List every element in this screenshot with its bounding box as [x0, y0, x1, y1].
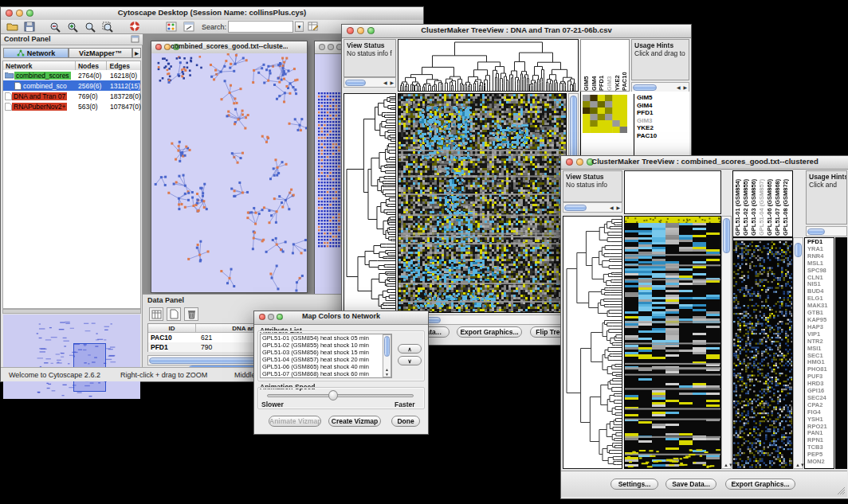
column-header-edges[interactable]: Edges	[107, 61, 140, 70]
tab-network[interactable]: Network	[3, 48, 69, 58]
scroll-arrows-icon[interactable]: ◀ ▶	[383, 80, 395, 85]
scrollbar-thumb[interactable]	[345, 80, 366, 86]
zoom-out-icon[interactable]	[47, 20, 63, 33]
tv2-status-scrollbar[interactable]: ◀ ▶	[563, 202, 622, 213]
close-icon[interactable]	[319, 44, 325, 50]
network-row-dna-tran[interactable]: DNA and Tran 07 769(0) 183728(0)	[3, 91, 140, 101]
scrollbar-thumb[interactable]	[633, 84, 657, 91]
tv2-gene-list[interactable]: PFD1YRA1RNR4MSL1SPC98CLN1NIS1BUD4ELG1MAK…	[804, 237, 834, 469]
speed-slider-thumb[interactable]	[328, 390, 338, 400]
open-folder-icon[interactable]	[4, 20, 20, 33]
rotated-array-label[interactable]: GPL51-03 (GSM856)	[750, 172, 758, 236]
scroll-arrows-icon[interactable]: ▲▼	[385, 367, 389, 377]
column-dendrogram-canvas[interactable]	[398, 40, 578, 91]
network-row-combined-scores[interactable]: combined_scores 2764(0) 16218(0)	[3, 70, 140, 80]
window-icon[interactable]	[181, 20, 197, 33]
tv2-vscrollbar[interactable]: ▲▼	[721, 216, 732, 469]
search-dropdown-icon[interactable]: ▼	[295, 21, 304, 32]
column-header-id[interactable]: ID	[148, 324, 196, 332]
gene-label[interactable]: YKE2	[637, 124, 657, 132]
close-icon[interactable]	[6, 10, 13, 17]
animate-vizmap-button[interactable]: Animate Vizmap	[269, 416, 321, 427]
tv1-export-graphics-button[interactable]: Export Graphics...	[457, 326, 522, 338]
tv2-usage-scrollbar[interactable]	[806, 226, 847, 236]
network-row-rnapuber[interactable]: RNAPuberNov2+ 563(0) 107847(0)	[3, 101, 140, 111]
summary-heatmap-canvas[interactable]	[583, 95, 627, 133]
column-header-network[interactable]: Network	[3, 61, 76, 70]
attribute-list-item[interactable]: GPL51-07 (GSM868) heat shock 60 min	[261, 370, 391, 377]
rotated-array-label[interactable]: GPL51-06 (GSM865)	[766, 172, 774, 236]
treeview1-titlebar[interactable]: ClusterMaker TreeView : DNA and Tran 07-…	[342, 25, 691, 38]
treeview2-titlebar[interactable]: ClusterMaker TreeView : combined_scores_…	[561, 156, 848, 170]
export-graphics-button[interactable]: Export Graphics...	[725, 479, 795, 490]
close-icon[interactable]	[347, 27, 354, 34]
search-input[interactable]	[228, 21, 293, 33]
network-grid-canvas[interactable]	[317, 92, 344, 248]
zoom-fit-icon[interactable]	[82, 20, 98, 33]
move-down-button[interactable]: ∨	[398, 356, 422, 365]
tab-overflow-button[interactable]: ▶	[132, 48, 141, 58]
attribute-list-item[interactable]: GPL51-06 (GSM865) heat shock 40 min	[261, 363, 391, 370]
minimize-icon[interactable]	[328, 44, 334, 50]
close-icon[interactable]	[259, 314, 265, 320]
zoom-in-icon[interactable]	[65, 20, 80, 33]
expression-heatmap-canvas[interactable]	[625, 217, 720, 468]
tv1-status-scrollbar[interactable]: ◀ ▶	[344, 77, 396, 88]
gene-label[interactable]: GIM3	[637, 117, 657, 125]
close-icon[interactable]	[566, 158, 573, 166]
attribute-list-item[interactable]: GPL51-02 (GSM855) heat shock 10 min	[261, 342, 391, 349]
rotated-array-label[interactable]: GPL51-07 (GSM868)	[774, 172, 782, 236]
rotated-array-label[interactable]: GPL51-08 (GSM872)	[782, 172, 790, 236]
save-data-button[interactable]: Save Data...	[665, 479, 716, 490]
close-icon[interactable]	[155, 44, 162, 50]
resize-grip-icon[interactable]	[836, 486, 846, 495]
tv2-list-vscrollbar[interactable]: ▲▼	[793, 237, 803, 469]
create-vizmap-button[interactable]: Create Vizmap	[328, 416, 381, 427]
gene-label[interactable]: GIM4	[637, 102, 657, 110]
column-header-nodes[interactable]: Nodes	[76, 61, 108, 70]
done-button[interactable]: Done	[391, 416, 420, 427]
move-up-button[interactable]: ∧	[398, 344, 422, 354]
rotated-array-label[interactable]: GPL51-04 (GSM857)	[758, 172, 766, 236]
scrollbar-thumb[interactable]	[723, 218, 730, 253]
network-overview-panel[interactable]	[3, 315, 140, 399]
float-panel-icon[interactable]	[131, 35, 139, 45]
network-view-titlebar[interactable]: combined_scores_good.txt--cluste...	[151, 41, 307, 54]
gene-dendrogram-canvas[interactable]	[563, 217, 622, 468]
help-lifering-icon[interactable]	[127, 20, 143, 33]
gene-label[interactable]: PAC10	[637, 132, 657, 140]
secondary-heatmap-canvas[interactable]	[733, 238, 792, 468]
new-attribute-icon[interactable]	[167, 307, 181, 321]
attribute-list-scrollbar[interactable]: ▲▼	[383, 334, 391, 377]
delete-attribute-icon[interactable]	[184, 307, 198, 321]
network-row-selected[interactable]: combined_sco 2569(6) 13112(15)	[3, 80, 140, 91]
scrollbar-thumb[interactable]	[795, 243, 802, 257]
attribute-list-item[interactable]: GPL51-04 (GSM857) heat shock 20 min	[261, 356, 391, 363]
scrollbar-thumb[interactable]	[807, 229, 825, 235]
attribute-list-item[interactable]: GPL51-03 (GSM856) heat shock 15 min	[261, 349, 391, 356]
scrollbar-thumb[interactable]	[384, 336, 390, 357]
panel-splitter[interactable]	[2, 309, 141, 314]
main-titlebar[interactable]: Cytoscape Desktop (Session Name: collins…	[1, 7, 423, 21]
minimize-icon[interactable]	[164, 44, 171, 50]
gene-label[interactable]: MON2	[807, 459, 834, 466]
select-attributes-icon[interactable]	[149, 307, 163, 321]
network-graph-canvas[interactable]	[151, 53, 307, 292]
gene-dendrogram-canvas[interactable]	[344, 94, 395, 312]
scroll-arrows-icon[interactable]: ◀ ▶	[610, 205, 621, 210]
attribute-list-item[interactable]: GPL51-01 (GSM854) heat shock 05 min	[261, 334, 391, 342]
rotated-array-label[interactable]: GPL51-02 (GSM855)	[742, 172, 750, 236]
speed-slider-track[interactable]	[267, 394, 414, 397]
expression-heatmap-canvas[interactable]	[398, 94, 566, 312]
gene-label[interactable]: GIM5	[637, 94, 657, 102]
vizmapper-grid-icon[interactable]	[163, 20, 179, 33]
tab-vizmapper[interactable]: VizMapper™	[69, 48, 132, 58]
scroll-arrows-icon[interactable]: ◀ ▶	[677, 84, 688, 90]
save-icon[interactable]	[22, 20, 37, 33]
rotated-array-label[interactable]: GPL51-01 (GSM854)	[734, 172, 742, 236]
attribute-list[interactable]: GPL51-01 (GSM854) heat shock 05 minGPL51…	[260, 334, 392, 378]
network-view-window[interactable]: combined_scores_good.txt--cluste...	[151, 41, 308, 293]
gene-label[interactable]: PFD1	[637, 109, 657, 117]
settings-button[interactable]: Settings...	[610, 479, 658, 490]
scrollbar-thumb[interactable]	[564, 205, 587, 211]
